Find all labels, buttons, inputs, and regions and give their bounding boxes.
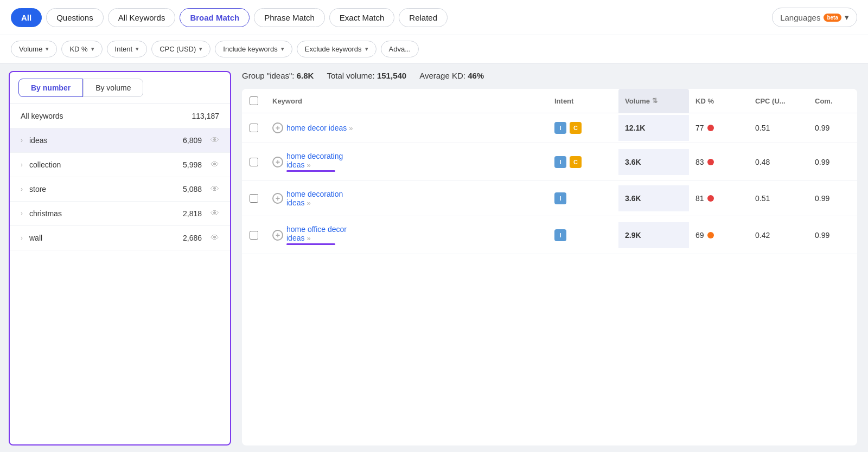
table-row: + home decorating ideas » [242,143,857,181]
keyword-cell: + home office decor ideas » [266,216,548,254]
chevron-down-icon: ▾ [199,46,202,53]
row-checkbox-cell [242,222,266,248]
com-cell: 0.99 [808,222,857,248]
keyword-arrow-icon: » [307,199,310,207]
intent-badge-c: C [570,156,582,168]
volume-value: 12.1K [625,124,645,132]
keyword-text-cont: ideas [286,198,304,207]
volume-filter[interactable]: Volume ▾ [11,41,57,57]
kd-column-label: KD % [695,97,714,105]
keyword-link-cont[interactable]: ideas » [286,198,311,207]
table-row: + home decoration ideas » [242,181,857,216]
tab-questions[interactable]: Questions [46,8,104,27]
by-number-toggle[interactable]: By number [18,79,83,97]
intent-badge-i: I [554,229,566,241]
keyword-arrow-icon: » [307,161,310,169]
volume-cell: 3.6K [618,149,689,175]
group-label: Group "ideas": 6.8K [242,71,314,80]
row-checkbox[interactable] [250,231,258,240]
chevron-down-icon: ▾ [281,46,284,53]
row-checkbox[interactable] [250,124,258,132]
keyword-text: home decoration [286,190,343,198]
keyword-link-cont[interactable]: ideas » [286,234,311,242]
include-keywords-filter[interactable]: Include keywords ▾ [215,41,292,57]
eye-icon[interactable]: 👁 [210,160,219,170]
advanced-filter[interactable]: Adva... [381,41,419,57]
keyword-link-cont[interactable]: ideas » [286,160,311,169]
add-keyword-icon[interactable]: + [272,122,283,133]
kd-value: 69 [695,231,704,240]
row-checkbox-cell [242,149,266,175]
intent-filter[interactable]: Intent ▾ [107,41,148,57]
volume-value: 3.6K [625,158,641,166]
sidebar-item-christmas[interactable]: › christmas 2,818 👁 [10,202,230,226]
keyword-cell-inner: home decorating ideas » [286,152,343,172]
keyword-cell: + home decorating ideas » [266,143,548,180]
keyword-arrow-icon: » [349,124,353,132]
languages-label: Languages [780,13,820,22]
keyword-text: home decor ideas [286,124,347,132]
header-volume[interactable]: Volume ⇅ [618,89,689,113]
keyword-table: Keyword Intent Volume ⇅ KD % CPC (U... [242,89,857,445]
keyword-link[interactable]: home decoration [286,190,343,198]
sidebar-item-ideas[interactable]: › ideas 6,809 👁 [10,128,230,153]
cpc-cell: 0.51 [749,185,808,211]
tab-bar: All Questions All Keywords Broad Match P… [0,0,868,35]
by-volume-toggle[interactable]: By volume [83,79,143,97]
right-panel: Group "ideas": 6.8K Total volume: 151,54… [231,63,868,452]
row-checkbox[interactable] [250,158,258,166]
eye-icon[interactable]: 👁 [210,233,219,243]
eye-icon[interactable]: 👁 [210,135,219,145]
intent-badge-i: I [554,192,566,204]
eye-icon[interactable]: 👁 [210,209,219,218]
tab-related[interactable]: Related [399,8,448,27]
app-container: All Questions All Keywords Broad Match P… [0,0,868,452]
group-count: 6.8K [297,71,314,80]
sidebar-item-collection[interactable]: › collection 5,998 👁 [10,153,230,177]
com-value: 0.99 [815,158,829,166]
sidebar-item-wall[interactable]: › wall 2,686 👁 [10,226,230,250]
avg-kd-value: 46% [468,71,484,80]
keyword-link[interactable]: home decor ideas » [286,124,353,132]
add-keyword-icon[interactable]: + [272,230,283,241]
sidebar-item-store[interactable]: › store 5,088 👁 [10,177,230,202]
header-intent: Intent [548,89,618,113]
row-checkbox[interactable] [250,194,258,203]
cpc-label: CPC (USD) [159,45,196,53]
add-keyword-icon[interactable]: + [272,193,283,204]
chevron-right-icon: › [21,234,23,242]
keyword-link[interactable]: home decorating [286,152,343,160]
cpc-filter[interactable]: CPC (USD) ▾ [151,41,210,57]
sidebar-item-count: 5,998 [183,160,202,169]
tab-all-keywords[interactable]: All Keywords [108,8,176,27]
kd-filter[interactable]: KD % ▾ [61,41,102,57]
all-keywords-count: 113,187 [192,112,219,120]
languages-dropdown[interactable]: Languages beta ▾ [772,8,857,27]
kd-dot-icon [707,125,714,131]
all-keywords-label: All keywords [21,112,63,120]
keyword-link[interactable]: home office decor [286,225,347,234]
sidebar-item-label: ideas [29,136,178,145]
header-checkbox-cell [242,89,266,113]
keyword-cell: + home decoration ideas » [266,181,548,216]
tab-broad-match[interactable]: Broad Match [180,8,250,27]
summary-bar: Group "ideas": 6.8K Total volume: 151,54… [242,71,857,80]
tab-phrase-match[interactable]: Phrase Match [254,8,325,27]
sidebar-item-count: 5,088 [183,185,202,193]
exclude-keywords-filter[interactable]: Exclude keywords ▾ [297,41,376,57]
eye-icon[interactable]: 👁 [210,184,219,194]
tab-all[interactable]: All [11,8,42,27]
kd-cell: 77 [689,115,749,141]
add-keyword-icon[interactable]: + [272,157,283,167]
sidebar-all-keywords-row[interactable]: All keywords 113,187 [10,104,230,128]
header-kd: KD % [689,89,749,113]
advanced-label: Adva... [389,45,411,53]
com-value: 0.99 [815,231,829,240]
kd-dot-icon [707,195,714,202]
select-all-checkbox[interactable] [250,96,258,105]
tab-exact-match[interactable]: Exact Match [329,8,395,27]
avg-kd-label: Average KD: 46% [419,71,484,80]
com-cell: 0.99 [808,185,857,211]
sidebar-item-label: christmas [29,209,178,218]
com-cell: 0.99 [808,149,857,175]
